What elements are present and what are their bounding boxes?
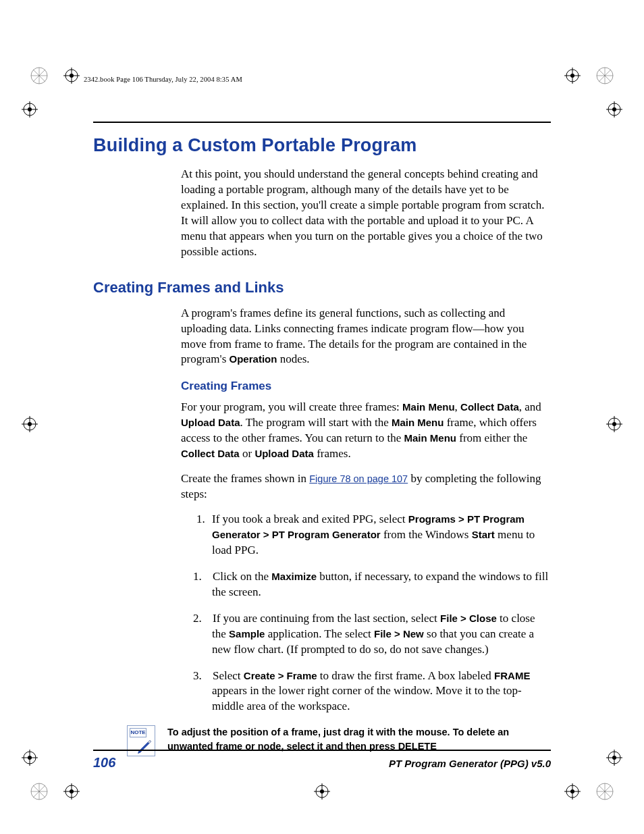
intro-paragraph: At this point, you should understand the… [181,167,551,260]
figure-78-link[interactable]: Figure 78 on page 107 [309,473,408,484]
rosette-icon [30,782,49,801]
crop-mark-icon [564,783,581,800]
main-menu-keyword: Main Menu [404,432,456,444]
heading-3: Creating Frames [181,380,551,393]
step-3: Select Create > Frame to draw the first … [208,669,551,715]
svg-point-41 [612,756,616,760]
main-menu-keyword: Main Menu [402,401,455,413]
svg-point-63 [320,789,324,793]
note-label: NOTE [130,728,146,737]
create-frame-keyword: Create > Frame [244,670,317,681]
svg-point-7 [570,74,574,78]
svg-point-59 [570,789,574,793]
crop-mark-icon [564,68,581,84]
text: frames. [314,447,351,460]
crop-mark-icon [314,783,330,800]
text: Create the frames shown in [181,472,309,485]
heading-1: Building a Custom Portable Program [93,135,551,156]
upload-data-keyword: Upload Data [254,448,314,459]
operation-keyword: Operation [230,353,277,365]
text: or [240,447,255,460]
file-close-keyword: File > Close [440,613,497,624]
top-rule [93,122,551,123]
page-number: 106 [93,755,115,771]
creating-frames-paragraph: For your program, you will create three … [181,400,551,462]
collect-data-keyword: Collect Data [181,448,240,459]
text: from the Windows [381,528,472,541]
crop-mark-icon [606,750,622,766]
text: from either the [456,432,527,444]
text: . The program will start with the [240,416,392,429]
text: Click on the [213,570,271,583]
step-1b: Click on the Maximize button, if necessa… [208,569,551,600]
crop-mark-icon [22,416,38,432]
svg-point-29 [28,422,32,426]
running-header: 2342.book Page 106 Thursday, July 22, 20… [84,76,242,83]
rosette-icon [595,66,614,85]
svg-point-33 [612,422,616,426]
steps-list: If you took a break and exited PPG, sele… [181,512,551,714]
text: For your program, you will create three … [181,400,402,413]
crop-mark-icon [22,750,38,766]
rosette-icon [595,782,614,801]
maximize-keyword: Maximize [271,571,317,582]
crop-mark-icon [606,101,622,118]
note-text: To adjust the position of a frame, just … [167,725,548,753]
step-2: If you are continuing from the last sect… [208,611,551,658]
svg-point-55 [70,789,74,793]
frame-keyword: FRAME [494,670,530,681]
text: If you are continuing from the last sect… [213,612,440,625]
text: appears in the lower right corner of the… [212,684,522,712]
collect-data-keyword: Collect Data [460,401,519,413]
heading-2: Creating Frames and Links [93,279,551,296]
svg-point-37 [28,756,32,760]
start-keyword: Start [472,529,495,540]
text: , and [519,400,541,413]
text: , [455,400,461,413]
text: to draw the first frame. A box labeled [317,669,494,682]
document-title: PT Program Generator (PPG) v5.0 [389,758,551,769]
text: application. The select [265,627,374,640]
main-menu-keyword: Main Menu [392,417,444,428]
footer-rule [93,750,551,751]
svg-point-25 [612,107,616,111]
sample-keyword: Sample [229,628,265,640]
crop-mark-icon [63,783,80,800]
crop-mark-icon [606,416,622,432]
svg-point-21 [28,107,32,111]
crop-mark-icon [22,101,38,118]
text: nodes. [277,353,309,365]
page-footer: 106 PT Program Generator (PPG) v5.0 [93,750,551,771]
text: If you took a break and exited PPG, sele… [212,513,408,525]
create-frames-lead: Create the frames shown in Figure 78 on … [181,471,551,502]
step-1: If you took a break and exited PPG, sele… [208,512,551,558]
svg-point-3 [70,74,74,78]
crop-mark-icon [63,68,80,84]
frames-paragraph: A program's frames define its general fu… [181,306,551,368]
file-new-keyword: File > New [374,628,424,640]
rosette-icon [30,66,49,85]
text: To adjust the position of a frame, just … [167,727,509,751]
upload-data-keyword: Upload Data [181,417,240,428]
text: Select [213,669,244,682]
